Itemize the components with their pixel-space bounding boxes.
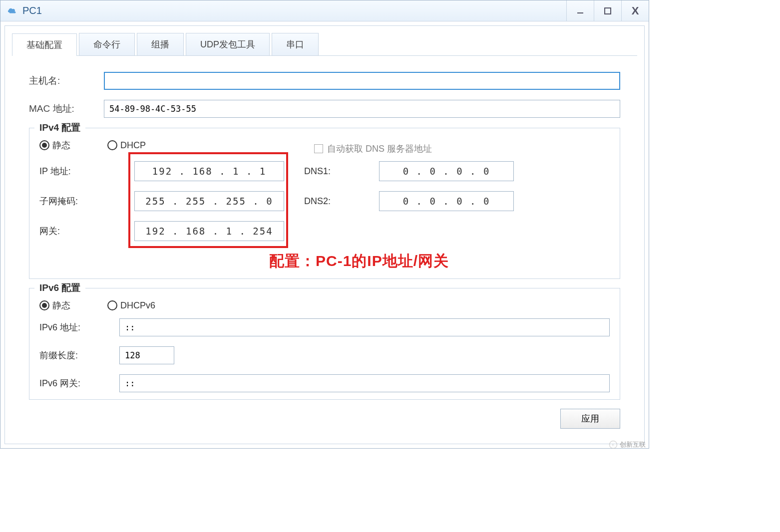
watermark: K 创新互联 bbox=[609, 440, 646, 449]
ipv6-grid: IPv6 地址: 前缀长度: IPv6 网关: bbox=[39, 318, 610, 392]
radio-ipv4-static[interactable]: 静态 bbox=[39, 139, 70, 151]
tab-command-line[interactable]: 命令行 bbox=[79, 33, 135, 55]
tab-bar: 基础配置 命令行 组播 UDP发包工具 串口 bbox=[12, 33, 637, 56]
radio-checked-icon bbox=[39, 300, 49, 310]
radio-ipv4-dhcp[interactable]: DHCP bbox=[107, 140, 146, 151]
gateway-label: 网关: bbox=[39, 225, 114, 237]
radio-unchecked-icon bbox=[107, 140, 117, 150]
dns1-label: DNS1: bbox=[304, 166, 359, 177]
gateway-input[interactable]: 192 . 168 . 1 . 254 bbox=[134, 221, 284, 241]
window: PC1 X 基础配置 命令行 组播 UDP发包工具 串口 主机名: MAC 地址… bbox=[0, 0, 649, 449]
radio-unchecked-icon bbox=[107, 300, 117, 310]
dns2-label: DNS2: bbox=[304, 196, 359, 207]
hostname-input[interactable] bbox=[104, 72, 620, 90]
mac-label: MAC 地址: bbox=[29, 102, 104, 115]
row-hostname: 主机名: bbox=[29, 72, 620, 90]
svg-text:K: K bbox=[612, 443, 614, 447]
subnet-mask-label: 子网掩码: bbox=[39, 195, 114, 207]
ipv4-radio-row: 静态 DHCP bbox=[39, 139, 259, 151]
ip-address-input[interactable]: 192 . 168 . 1 . 1 bbox=[134, 161, 284, 181]
auto-dns-label: 自动获取 DNS 服务器地址 bbox=[327, 143, 432, 155]
tab-multicast[interactable]: 组播 bbox=[137, 33, 184, 55]
apply-button[interactable]: 应用 bbox=[560, 409, 620, 429]
ipv6-radio-row: 静态 DHCPv6 bbox=[39, 299, 610, 311]
close-button[interactable]: X bbox=[621, 0, 649, 21]
ipv6-address-input[interactable] bbox=[119, 318, 610, 336]
tab-udp-tool[interactable]: UDP发包工具 bbox=[186, 33, 270, 55]
ipv6-prefix-input[interactable] bbox=[119, 346, 174, 364]
ipv6-group: IPv6 配置 静态 DHCPv6 IPv6 地址: 前缀长度: bbox=[29, 288, 620, 400]
subnet-mask-input[interactable]: 255 . 255 . 255 . 0 bbox=[134, 191, 284, 211]
content-area: 基础配置 命令行 组播 UDP发包工具 串口 主机名: MAC 地址: IPv4… bbox=[4, 25, 645, 444]
watermark-text: 创新互联 bbox=[620, 440, 646, 449]
dns1-input[interactable]: 0 . 0 . 0 . 0 bbox=[379, 161, 514, 181]
ipv4-grid: IP 地址: 192 . 168 . 1 . 1 DNS1: 0 . 0 . 0… bbox=[39, 161, 610, 271]
button-row: 应用 bbox=[29, 409, 620, 429]
titlebar: PC1 X bbox=[0, 0, 649, 21]
radio-ipv6-static-label: 静态 bbox=[52, 299, 70, 311]
basic-config-pane: 主机名: MAC 地址: IPv4 配置 静态 bbox=[12, 56, 637, 434]
mac-input[interactable] bbox=[104, 100, 620, 118]
ip-address-label: IP 地址: bbox=[39, 165, 114, 177]
hostname-label: 主机名: bbox=[29, 74, 104, 87]
svg-rect-1 bbox=[605, 8, 611, 14]
ipv6-gateway-label: IPv6 网关: bbox=[39, 377, 119, 389]
ipv6-prefix-label: 前缀长度: bbox=[39, 349, 119, 361]
radio-ipv4-dhcp-label: DHCP bbox=[120, 140, 146, 151]
app-icon bbox=[5, 4, 18, 17]
dns2-input[interactable]: 0 . 0 . 0 . 0 bbox=[379, 191, 514, 211]
radio-ipv4-static-label: 静态 bbox=[52, 139, 70, 151]
row-mac: MAC 地址: bbox=[29, 100, 620, 118]
auto-dns-row[interactable]: 自动获取 DNS 服务器地址 bbox=[314, 143, 432, 155]
radio-ipv6-dhcpv6-label: DHCPv6 bbox=[120, 300, 155, 311]
ipv6-group-title: IPv6 配置 bbox=[34, 281, 85, 294]
window-controls: X bbox=[566, 0, 649, 21]
maximize-button[interactable] bbox=[594, 0, 621, 21]
annotation-text: 配置：PC-1的IP地址/网关 bbox=[269, 251, 514, 271]
window-title: PC1 bbox=[22, 5, 566, 16]
radio-checked-icon bbox=[39, 140, 49, 150]
ipv4-group: IPv4 配置 静态 DHCP 自动获取 D bbox=[29, 128, 620, 279]
tab-serial[interactable]: 串口 bbox=[272, 33, 319, 55]
checkbox-unchecked-icon bbox=[314, 144, 323, 153]
minimize-button[interactable] bbox=[566, 0, 594, 21]
tab-basic-config[interactable]: 基础配置 bbox=[12, 33, 77, 56]
radio-ipv6-static[interactable]: 静态 bbox=[39, 299, 70, 311]
ipv6-gateway-input[interactable] bbox=[119, 374, 610, 392]
radio-ipv6-dhcpv6[interactable]: DHCPv6 bbox=[107, 300, 155, 311]
ipv6-address-label: IPv6 地址: bbox=[39, 321, 119, 333]
ipv4-group-title: IPv4 配置 bbox=[34, 121, 85, 134]
